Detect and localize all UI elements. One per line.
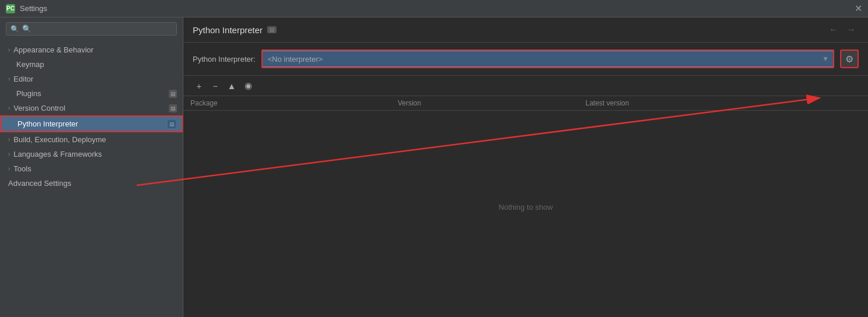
interpreter-dropdown[interactable]: <No interpreter> ▼ — [261, 51, 834, 67]
chevron-icon: › — [8, 151, 10, 157]
sidebar-item-languages-frameworks[interactable]: › Languages & Frameworks — [0, 147, 183, 161]
sidebar-item-label: Advanced Settings — [8, 179, 71, 188]
col-latest-version: Latest version — [579, 96, 868, 111]
empty-state-label: Nothing to show — [498, 202, 552, 211]
content-header: Python Interpreter ▤ ← → — [183, 17, 868, 43]
sidebar-item-label: Languages & Frameworks — [13, 150, 102, 158]
chevron-icon: › — [8, 165, 10, 172]
packages-table: Package Version Latest version — [183, 96, 868, 111]
sidebar-item-label: Keymap — [16, 60, 44, 69]
toolbar-row: + − ▲ ◉ — [183, 76, 868, 96]
dropdown-arrow-icon: ▼ — [822, 55, 829, 63]
nav-list: › Appearance & Behavior Keymap › Editor … — [0, 40, 183, 317]
title-bar-title: Settings — [20, 4, 47, 13]
add-package-button[interactable]: + — [193, 79, 206, 92]
move-up-button[interactable]: ▲ — [225, 79, 238, 92]
sidebar-item-label: Plugins — [16, 89, 41, 98]
gear-settings-button[interactable]: ⚙ — [840, 50, 859, 68]
panel-icon: ▤ — [169, 90, 177, 98]
interpreter-label: Python Interpreter: — [193, 55, 256, 64]
sidebar-item-label: Python Interpreter — [17, 119, 78, 128]
sidebar-item-keymap[interactable]: Keymap — [0, 57, 183, 72]
sidebar-item-label: Editor — [13, 75, 33, 83]
chevron-icon: › — [8, 136, 10, 143]
nav-arrows: ← → — [826, 23, 859, 36]
panel-tab-icon: ▤ — [267, 26, 277, 33]
interpreter-dropdown-wrapper: <No interpreter> ▼ — [261, 51, 834, 67]
sidebar-item-tools[interactable]: › Tools — [0, 161, 183, 176]
sidebar-item-python-interpreter[interactable]: Python Interpreter ▤ — [0, 115, 183, 132]
title-bar: PC Settings ✕ — [0, 0, 868, 17]
back-button[interactable]: ← — [826, 23, 841, 36]
chevron-icon: › — [8, 76, 10, 82]
panel-icon: ▤ — [168, 120, 176, 128]
chevron-icon: › — [8, 47, 10, 53]
chevron-icon: › — [8, 105, 10, 111]
content-area: Python Interpreter ▤ ← → Python Interpre… — [183, 17, 868, 317]
eye-button[interactable]: ◉ — [242, 79, 254, 92]
panel-icon: ▤ — [169, 104, 177, 112]
search-input[interactable] — [22, 24, 172, 33]
sidebar-item-build-execution[interactable]: › Build, Execution, Deployme — [0, 132, 183, 147]
interpreter-value: <No interpreter> — [268, 55, 828, 64]
sidebar-item-advanced-settings[interactable]: Advanced Settings — [0, 176, 183, 191]
table-area: Package Version Latest version Nothing t… — [183, 96, 868, 317]
sidebar-item-label: Build, Execution, Deployme — [13, 135, 106, 144]
title-bar-left: PC Settings — [6, 4, 47, 13]
sidebar: 🔍 › Appearance & Behavior Keymap › Edito… — [0, 17, 183, 317]
close-button[interactable]: ✕ — [855, 3, 862, 14]
col-package: Package — [183, 96, 391, 111]
search-icon: 🔍 — [10, 25, 19, 33]
forward-button[interactable]: → — [844, 23, 859, 36]
col-version: Version — [391, 96, 579, 111]
search-box[interactable]: 🔍 — [6, 22, 177, 36]
sidebar-item-label: Version Control — [13, 104, 65, 112]
interpreter-row: Python Interpreter: <No interpreter> ▼ ⚙ — [183, 43, 868, 76]
sidebar-item-appearance[interactable]: › Appearance & Behavior — [0, 43, 183, 57]
sidebar-item-label: Tools — [13, 164, 31, 173]
sidebar-item-label: Appearance & Behavior — [13, 45, 93, 54]
main-layout: 🔍 › Appearance & Behavior Keymap › Edito… — [0, 17, 868, 317]
page-title: Python Interpreter — [193, 25, 263, 35]
sidebar-item-plugins[interactable]: Plugins ▤ — [0, 86, 183, 101]
sidebar-item-editor[interactable]: › Editor — [0, 72, 183, 86]
gear-icon: ⚙ — [845, 54, 853, 65]
sidebar-item-version-control[interactable]: › Version Control ▤ — [0, 101, 183, 115]
remove-package-button[interactable]: − — [209, 79, 222, 92]
content-header-left: Python Interpreter ▤ — [193, 25, 277, 35]
app-icon: PC — [6, 4, 15, 13]
